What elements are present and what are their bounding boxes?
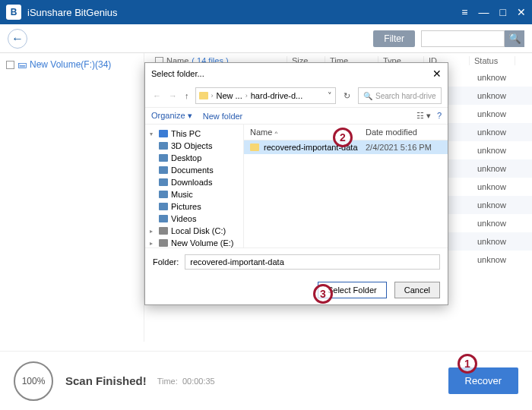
- dialog-search[interactable]: 🔍 Search hard-drive-data: [358, 87, 442, 104]
- tree-node[interactable]: Documents: [147, 164, 242, 176]
- folder-icon: [199, 92, 208, 99]
- tree-node[interactable]: ▸Local Disk (C:): [147, 225, 242, 237]
- search-box: 🔍: [421, 30, 524, 47]
- folder-input-row: Folder:: [145, 248, 448, 276]
- new-folder-button[interactable]: New folder: [203, 112, 243, 121]
- search-input[interactable]: [421, 30, 505, 47]
- folder-icon: [250, 144, 259, 151]
- dialog-nav: ← → ↑ › New ... › hard-drive-d... ˅ ↻ 🔍 …: [145, 84, 448, 108]
- cell-status: unknow: [477, 182, 523, 191]
- dialog-toolbar: Organize ▾ New folder ☷ ▾ ?: [145, 108, 448, 125]
- help-icon[interactable]: ?: [437, 111, 442, 121]
- dialog-title: Select folder...: [151, 69, 432, 78]
- folder-input[interactable]: [185, 254, 440, 270]
- cell-status: unknow: [477, 91, 523, 100]
- cell-status: unknow: [477, 128, 523, 137]
- cell-status: unknow: [477, 255, 523, 264]
- minimize-icon[interactable]: ―: [479, 6, 489, 18]
- cell-status: unknow: [477, 164, 523, 173]
- folder-tree[interactable]: ▾This PC3D ObjectsDesktopDocumentsDownlo…: [145, 125, 244, 248]
- tree-node[interactable]: Pictures: [147, 200, 242, 213]
- view-icon[interactable]: ☷ ▾: [416, 111, 431, 121]
- nav-back-icon[interactable]: ←: [151, 91, 163, 100]
- tree-node[interactable]: Desktop: [147, 152, 242, 164]
- annotation-3: 3: [313, 284, 333, 304]
- checkbox-icon[interactable]: [6, 61, 14, 69]
- drive-icon: 🖴: [17, 59, 27, 70]
- cell-status: unknow: [477, 109, 523, 118]
- cell-status: unknow: [477, 146, 523, 155]
- tree-node[interactable]: Videos: [147, 213, 242, 225]
- search-button[interactable]: 🔍: [505, 30, 524, 47]
- recover-button[interactable]: Recover: [448, 367, 518, 394]
- col-status[interactable]: Status: [470, 56, 515, 65]
- toolbar: ← Filter 🔍: [0, 24, 532, 53]
- annotation-1: 1: [458, 354, 477, 374]
- organize-button[interactable]: Organize ▾: [151, 111, 192, 121]
- filter-button[interactable]: Filter: [373, 30, 415, 47]
- cell-status: unknow: [477, 73, 523, 82]
- time-label: Time: 00:00:35: [157, 377, 215, 386]
- dialog-buttons: Select Folder Cancel: [145, 276, 448, 304]
- sidebar-item-volume[interactable]: 🖴 New Volume(F:)(34): [3, 58, 141, 71]
- back-button[interactable]: ←: [8, 29, 27, 49]
- app-logo: B: [6, 5, 21, 20]
- annotation-2: 2: [333, 128, 353, 147]
- close-icon[interactable]: ✕: [517, 6, 526, 18]
- cell-status: unknow: [477, 237, 523, 246]
- breadcrumb[interactable]: › New ... › hard-drive-d... ˅: [195, 87, 337, 104]
- titlebar: B iSunshare BitGenius ≡ ― □ ✕: [0, 0, 532, 24]
- cell-status: unknow: [477, 200, 523, 210]
- nav-up-icon[interactable]: ↑: [183, 91, 191, 100]
- tree-node[interactable]: Music: [147, 188, 242, 200]
- cell-status: unknow: [477, 219, 523, 228]
- folder-label: Folder:: [153, 257, 179, 266]
- tree-node[interactable]: Downloads: [147, 176, 242, 188]
- sidebar: 🖴 New Volume(F:)(34): [0, 53, 144, 342]
- dropdown-icon[interactable]: ˅: [328, 91, 332, 101]
- scan-status: Scan Finished!: [65, 374, 147, 387]
- menu-icon[interactable]: ≡: [461, 6, 467, 18]
- tree-node[interactable]: 3D Objects: [147, 140, 242, 152]
- progress-circle: 100%: [14, 361, 53, 401]
- sidebar-label: New Volume(F:)(34): [30, 59, 111, 70]
- refresh-icon[interactable]: ↻: [340, 91, 353, 101]
- app-title: iSunshare BitGenius: [27, 7, 461, 18]
- dialog-titlebar: Select folder... ✕: [145, 63, 448, 84]
- tree-node[interactable]: ▾This PC: [147, 128, 242, 140]
- bottom-bar: 100% Scan Finished! Time: 00:00:35 Recov…: [0, 351, 532, 410]
- item-date: 2/4/2021 5:16 PM: [366, 143, 442, 152]
- nav-fwd-icon[interactable]: →: [167, 91, 179, 100]
- search-icon: 🔍: [363, 92, 372, 100]
- select-folder-dialog: Select folder... ✕ ← → ↑ › New ... › har…: [144, 62, 448, 305]
- tree-node[interactable]: ▸New Volume (E:): [147, 237, 242, 248]
- cancel-button[interactable]: Cancel: [394, 282, 440, 298]
- maximize-icon[interactable]: □: [500, 6, 506, 18]
- dialog-close-icon[interactable]: ✕: [432, 68, 442, 80]
- list-col-date[interactable]: Date modified: [366, 128, 442, 137]
